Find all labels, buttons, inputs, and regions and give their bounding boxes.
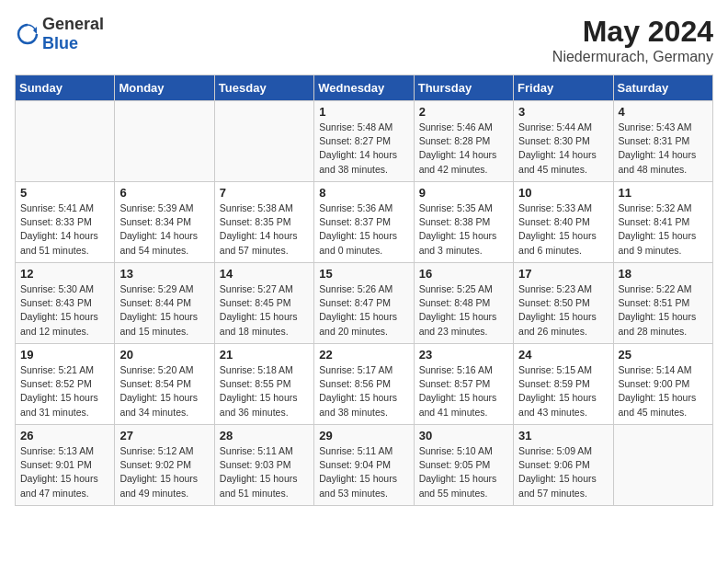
day-number: 20 [119, 348, 209, 362]
calendar-cell: 21Sunrise: 5:18 AM Sunset: 8:55 PM Dayli… [214, 344, 313, 425]
day-info: Sunrise: 5:43 AM Sunset: 8:31 PM Dayligh… [619, 121, 708, 177]
calendar-cell: 6Sunrise: 5:39 AM Sunset: 8:34 PM Daylig… [115, 182, 214, 263]
day-info: Sunrise: 5:26 AM Sunset: 8:47 PM Dayligh… [319, 282, 408, 339]
calendar-cell: 11Sunrise: 5:32 AM Sunset: 8:41 PM Dayli… [613, 182, 712, 263]
weekday-header-row: SundayMondayTuesdayWednesdayThursdayFrid… [16, 75, 713, 101]
title-block: May 2024 Niedermurach, Germany [552, 15, 713, 65]
day-number: 29 [319, 429, 408, 442]
day-number: 5 [20, 186, 109, 200]
calendar-cell: 12Sunrise: 5:30 AM Sunset: 8:43 PM Dayli… [16, 263, 115, 344]
calendar-cell: 27Sunrise: 5:12 AM Sunset: 9:02 PM Dayli… [115, 425, 214, 506]
logo-blue: Blue [42, 34, 78, 52]
page-header: General Blue May 2024 Niedermurach, Germ… [15, 15, 713, 65]
calendar-cell: 4Sunrise: 5:43 AM Sunset: 8:31 PM Daylig… [613, 101, 712, 182]
day-number: 26 [20, 429, 109, 442]
month-year-title: May 2024 [552, 15, 713, 49]
day-info: Sunrise: 5:18 AM Sunset: 8:55 PM Dayligh… [220, 363, 309, 419]
calendar-cell: 16Sunrise: 5:25 AM Sunset: 8:48 PM Dayli… [414, 263, 513, 344]
day-number: 17 [518, 267, 608, 281]
day-info: Sunrise: 5:39 AM Sunset: 8:34 PM Dayligh… [119, 201, 209, 258]
day-number: 21 [220, 348, 309, 362]
weekday-header-thursday: Thursday [414, 75, 513, 101]
day-number: 8 [319, 186, 408, 200]
weekday-header-friday: Friday [514, 75, 613, 101]
calendar-cell: 23Sunrise: 5:16 AM Sunset: 8:57 PM Dayli… [414, 344, 513, 425]
calendar-cell: 19Sunrise: 5:21 AM Sunset: 8:52 PM Dayli… [16, 344, 115, 425]
logo-icon [15, 21, 40, 47]
day-info: Sunrise: 5:38 AM Sunset: 8:35 PM Dayligh… [220, 201, 309, 258]
weekday-header-wednesday: Wednesday [314, 75, 414, 101]
day-info: Sunrise: 5:46 AM Sunset: 8:28 PM Dayligh… [419, 121, 508, 177]
calendar-cell: 28Sunrise: 5:11 AM Sunset: 9:03 PM Dayli… [214, 425, 313, 506]
calendar-cell: 8Sunrise: 5:36 AM Sunset: 8:37 PM Daylig… [314, 182, 414, 263]
day-info: Sunrise: 5:12 AM Sunset: 9:02 PM Dayligh… [119, 444, 209, 500]
weekday-header-sunday: Sunday [16, 75, 115, 101]
day-number: 15 [319, 267, 408, 281]
calendar-cell: 14Sunrise: 5:27 AM Sunset: 8:45 PM Dayli… [214, 263, 313, 344]
calendar-week-row: 12Sunrise: 5:30 AM Sunset: 8:43 PM Dayli… [16, 263, 713, 344]
calendar-cell: 3Sunrise: 5:44 AM Sunset: 8:30 PM Daylig… [514, 101, 613, 182]
day-info: Sunrise: 5:11 AM Sunset: 9:04 PM Dayligh… [319, 444, 408, 500]
calendar-cell: 9Sunrise: 5:35 AM Sunset: 8:38 PM Daylig… [414, 182, 513, 263]
day-info: Sunrise: 5:36 AM Sunset: 8:37 PM Dayligh… [319, 201, 408, 258]
day-number: 6 [119, 186, 209, 200]
calendar-cell: 26Sunrise: 5:13 AM Sunset: 9:01 PM Dayli… [16, 425, 115, 506]
calendar-cell: 5Sunrise: 5:41 AM Sunset: 8:33 PM Daylig… [16, 182, 115, 263]
day-number: 11 [619, 186, 708, 200]
calendar-cell: 18Sunrise: 5:22 AM Sunset: 8:51 PM Dayli… [613, 263, 712, 344]
weekday-header-monday: Monday [115, 75, 214, 101]
day-info: Sunrise: 5:32 AM Sunset: 8:41 PM Dayligh… [619, 201, 708, 258]
day-info: Sunrise: 5:22 AM Sunset: 8:51 PM Dayligh… [619, 282, 708, 339]
day-info: Sunrise: 5:41 AM Sunset: 8:33 PM Dayligh… [20, 201, 109, 258]
day-info: Sunrise: 5:44 AM Sunset: 8:30 PM Dayligh… [518, 121, 608, 177]
calendar-cell: 15Sunrise: 5:26 AM Sunset: 8:47 PM Dayli… [314, 263, 414, 344]
day-info: Sunrise: 5:21 AM Sunset: 8:52 PM Dayligh… [20, 363, 109, 419]
calendar-cell: 20Sunrise: 5:20 AM Sunset: 8:54 PM Dayli… [115, 344, 214, 425]
calendar-cell: 31Sunrise: 5:09 AM Sunset: 9:06 PM Dayli… [514, 425, 613, 506]
day-number: 1 [319, 105, 408, 119]
calendar-cell: 1Sunrise: 5:48 AM Sunset: 8:27 PM Daylig… [314, 101, 414, 182]
day-number: 18 [619, 267, 708, 281]
day-number: 13 [119, 267, 209, 281]
calendar-cell [115, 101, 214, 182]
calendar-cell: 17Sunrise: 5:23 AM Sunset: 8:50 PM Dayli… [514, 263, 613, 344]
day-info: Sunrise: 5:29 AM Sunset: 8:44 PM Dayligh… [119, 282, 209, 339]
day-number: 25 [619, 348, 708, 362]
logo-general: General [42, 15, 104, 33]
day-info: Sunrise: 5:30 AM Sunset: 8:43 PM Dayligh… [20, 282, 109, 339]
day-number: 22 [319, 348, 408, 362]
day-info: Sunrise: 5:33 AM Sunset: 8:40 PM Dayligh… [518, 201, 608, 258]
day-info: Sunrise: 5:11 AM Sunset: 9:03 PM Dayligh… [220, 444, 309, 500]
calendar-week-row: 19Sunrise: 5:21 AM Sunset: 8:52 PM Dayli… [16, 344, 713, 425]
day-number: 9 [419, 186, 508, 200]
calendar-cell: 13Sunrise: 5:29 AM Sunset: 8:44 PM Dayli… [115, 263, 214, 344]
day-number: 4 [619, 105, 708, 119]
day-number: 3 [518, 105, 608, 119]
logo: General Blue [15, 15, 104, 53]
day-number: 10 [518, 186, 608, 200]
weekday-header-tuesday: Tuesday [214, 75, 313, 101]
day-info: Sunrise: 5:20 AM Sunset: 8:54 PM Dayligh… [119, 363, 209, 419]
day-number: 31 [518, 429, 608, 442]
day-info: Sunrise: 5:10 AM Sunset: 9:05 PM Dayligh… [419, 444, 508, 500]
day-info: Sunrise: 5:35 AM Sunset: 8:38 PM Dayligh… [419, 201, 508, 258]
calendar-cell: 2Sunrise: 5:46 AM Sunset: 8:28 PM Daylig… [414, 101, 513, 182]
day-info: Sunrise: 5:09 AM Sunset: 9:06 PM Dayligh… [518, 444, 608, 500]
day-number: 7 [220, 186, 309, 200]
day-number: 14 [220, 267, 309, 281]
day-number: 2 [419, 105, 508, 119]
day-info: Sunrise: 5:15 AM Sunset: 8:59 PM Dayligh… [518, 363, 608, 419]
calendar-week-row: 5Sunrise: 5:41 AM Sunset: 8:33 PM Daylig… [16, 182, 713, 263]
calendar-cell [214, 101, 313, 182]
day-info: Sunrise: 5:17 AM Sunset: 8:56 PM Dayligh… [319, 363, 408, 419]
day-number: 23 [419, 348, 508, 362]
day-info: Sunrise: 5:48 AM Sunset: 8:27 PM Dayligh… [319, 121, 408, 177]
day-number: 16 [419, 267, 508, 281]
day-info: Sunrise: 5:16 AM Sunset: 8:57 PM Dayligh… [419, 363, 508, 419]
day-number: 24 [518, 348, 608, 362]
weekday-header-saturday: Saturday [613, 75, 712, 101]
calendar-cell: 10Sunrise: 5:33 AM Sunset: 8:40 PM Dayli… [514, 182, 613, 263]
day-info: Sunrise: 5:14 AM Sunset: 9:00 PM Dayligh… [619, 363, 708, 419]
location-subtitle: Niedermurach, Germany [552, 49, 713, 65]
calendar-cell: 30Sunrise: 5:10 AM Sunset: 9:05 PM Dayli… [414, 425, 513, 506]
